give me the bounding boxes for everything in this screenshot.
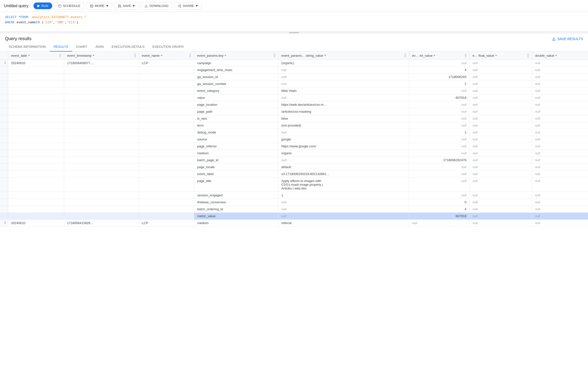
- download-button[interactable]: DOWNLOAD: [141, 2, 172, 9]
- cell-int-value: 607918: [409, 213, 469, 220]
- cell-event-timestamp: [64, 164, 139, 171]
- col-header-event-date[interactable]: event_date: [8, 52, 64, 60]
- top-bar: Untitled query RUN SCHEDULE MORE SAVE DO…: [0, 0, 588, 12]
- cell-event-timestamp: [64, 87, 139, 94]
- cell-double-value: null: [532, 206, 588, 213]
- cell-event-date: [8, 108, 64, 115]
- cell-float-value: null: [469, 94, 532, 101]
- cell-params-key: debug_mode: [194, 129, 278, 136]
- cell-event-date: [8, 115, 64, 122]
- cell-double-value: null: [532, 164, 588, 171]
- col-header-string-value[interactable]: event_params… string_value: [278, 52, 409, 60]
- results-table-container[interactable]: event_date event_timestamp: [0, 52, 588, 366]
- cell-int-value: 607918: [409, 94, 469, 101]
- cell-string-value: google: [278, 136, 409, 143]
- tab-execution-graph[interactable]: EXECUTION GRAPH: [148, 42, 187, 52]
- cell-string-value: 1: [278, 192, 409, 199]
- cell-event-date: [8, 129, 64, 136]
- cell-event-name: [139, 74, 194, 80]
- col-header-float-value[interactable]: e… float_value: [469, 52, 532, 60]
- cell-event-timestamp: [64, 192, 139, 199]
- cell-double-value: null: [532, 67, 588, 74]
- sql-editor[interactable]: SELECT * FROM `analytics_337268677.event…: [0, 12, 588, 32]
- cell-float-value: null: [469, 213, 532, 220]
- row-num: 2: [0, 220, 8, 227]
- cell-event-timestamp: 1718006415826…: [64, 220, 139, 227]
- row-num: [0, 143, 8, 150]
- col-header-event-name[interactable]: event_name: [139, 52, 194, 60]
- cell-double-value: null: [532, 122, 588, 129]
- sort-icon: [93, 55, 95, 56]
- cell-string-value: null: [278, 213, 409, 220]
- cell-params-key: medium: [194, 220, 278, 227]
- col-resize-handle[interactable]: [527, 53, 529, 57]
- row-num: [0, 87, 8, 94]
- cell-int-value: null: [409, 122, 469, 129]
- sort-icon: [324, 55, 326, 56]
- cell-string-value: null: [278, 80, 409, 87]
- cell-params-key: page_referrer: [194, 143, 278, 150]
- save-button[interactable]: SAVE: [114, 2, 139, 9]
- schedule-button[interactable]: SCHEDULE: [54, 2, 84, 9]
- row-num: [0, 80, 8, 87]
- cell-string-value: (organic): [278, 60, 409, 67]
- cell-event-name: [139, 178, 194, 192]
- row-num: [0, 150, 8, 157]
- cell-params-key: medium: [194, 150, 278, 157]
- col-resize-handle[interactable]: [189, 53, 191, 57]
- sort-icon: [160, 55, 162, 56]
- save-results-button[interactable]: SAVE RESULTS: [552, 37, 583, 41]
- row-num: 1: [0, 60, 8, 67]
- tab-results[interactable]: RESULTS: [50, 42, 72, 52]
- cell-float-value: null: [469, 60, 532, 67]
- cell-float-value: null: [469, 150, 532, 157]
- cell-int-value: null: [409, 115, 469, 122]
- sort-icon: [433, 55, 435, 56]
- toolbar-buttons: RUN SCHEDULE MORE SAVE DOWNLOAD SHARE: [33, 2, 202, 9]
- share-icon: [178, 4, 181, 8]
- cell-event-date: [8, 164, 64, 171]
- tab-chart[interactable]: CHART: [72, 42, 91, 52]
- cell-float-value: null: [469, 164, 532, 171]
- cell-params-key: engagement_time_msec: [194, 67, 278, 74]
- tab-schema-info[interactable]: SCHEMA INFORMATION: [5, 42, 50, 52]
- col-header-int-value[interactable]: ev… int_value: [409, 52, 469, 60]
- play-icon: [37, 4, 40, 7]
- cell-float-value: null: [469, 199, 532, 206]
- cell-params-key: is_eea: [194, 115, 278, 122]
- cell-float-value: null: [469, 178, 532, 192]
- cell-event-date: [8, 87, 64, 94]
- cell-double-value: null: [532, 94, 588, 101]
- col-resize-handle[interactable]: [59, 53, 61, 57]
- cell-double-value: null: [532, 136, 588, 143]
- run-button[interactable]: RUN: [33, 2, 52, 9]
- col-header-event-timestamp[interactable]: event_timestamp: [64, 52, 139, 60]
- cell-string-value: referral: [278, 220, 409, 227]
- col-resize-handle[interactable]: [274, 53, 275, 57]
- save-icon: [118, 4, 121, 8]
- cell-string-value: https://web.dev/articles/css-m…: [278, 101, 409, 108]
- cell-event-timestamp: [64, 157, 139, 164]
- more-button[interactable]: MORE: [86, 2, 112, 9]
- results-header: Query results SAVE RESULTS: [0, 34, 588, 41]
- col-header-params-key[interactable]: event_params.key: [194, 52, 278, 60]
- resize-handle[interactable]: [0, 32, 588, 34]
- cell-double-value: null: [532, 115, 588, 122]
- row-num: [0, 213, 8, 220]
- cell-int-value: null: [409, 192, 469, 199]
- cell-float-value: null: [469, 80, 532, 87]
- cell-event-date: [8, 136, 64, 143]
- col-resize-handle[interactable]: [134, 53, 136, 57]
- col-resize-handle[interactable]: [404, 53, 406, 57]
- cell-float-value: null: [469, 108, 532, 115]
- cell-params-key: ga_session_number: [194, 80, 278, 87]
- tab-json[interactable]: JSON: [91, 42, 108, 52]
- tab-execution-details[interactable]: EXECUTION DETAILS: [108, 42, 149, 52]
- cell-int-value: null: [409, 60, 469, 67]
- cell-int-value: null: [409, 87, 469, 94]
- share-button[interactable]: SHARE: [174, 2, 202, 9]
- col-resize-handle[interactable]: [465, 53, 466, 57]
- cell-string-value: v3-1718006293318-602142891…: [278, 171, 409, 178]
- col-header-double-value[interactable]: double_value: [532, 52, 588, 60]
- cell-float-value: null: [469, 67, 532, 74]
